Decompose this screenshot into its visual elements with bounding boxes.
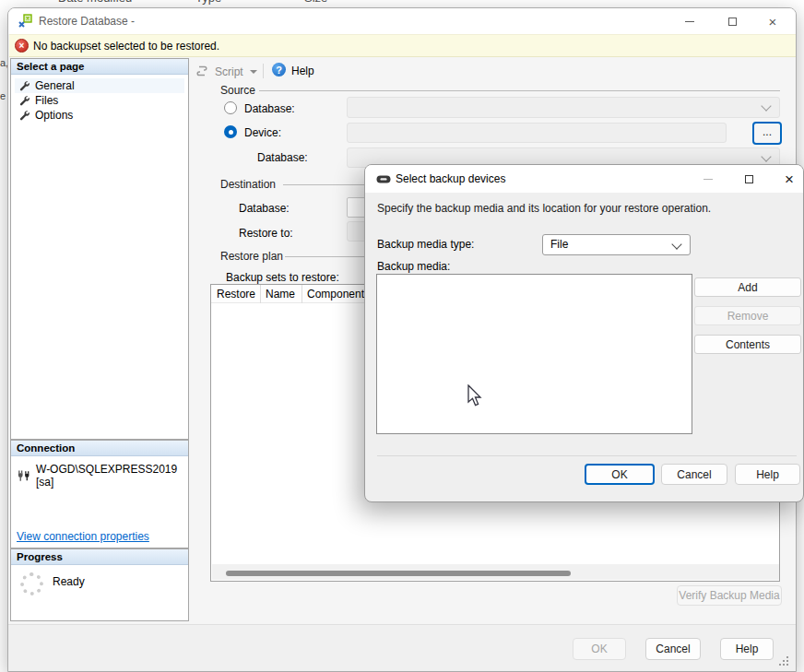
progress-status: Ready — [53, 575, 85, 588]
sidebar-item-label: Options — [35, 109, 73, 122]
script-icon — [195, 65, 208, 77]
backup-device-icon — [376, 175, 391, 183]
horizontal-scrollbar-thumb[interactable] — [226, 571, 571, 576]
close-button[interactable]: × — [774, 165, 804, 193]
backup-media-listbox[interactable] — [376, 274, 692, 434]
dialog-footer: OK Cancel Help — [8, 624, 796, 671]
source-group-line — [259, 90, 780, 91]
bg-column-type: Type — [195, 0, 221, 5]
database-radio-label: Database: — [244, 102, 295, 115]
bg-column-date-modified: Date modified — [58, 0, 132, 5]
database-radio[interactable] — [224, 101, 237, 114]
close-icon: × — [785, 171, 794, 187]
restore-dialog-titlebar: Restore Database - × — [8, 8, 796, 34]
connection-panel: Connection W-OGD\SQLEXPRESS2019 [sa] Vie… — [10, 440, 189, 548]
maximize-icon — [745, 175, 753, 183]
device-textbox[interactable] — [347, 123, 727, 143]
error-icon: × — [15, 39, 29, 53]
progress-header: Progress — [11, 549, 188, 565]
maximize-button[interactable] — [733, 165, 764, 193]
script-button[interactable]: Script — [215, 65, 243, 78]
source-group-label: Source — [220, 84, 255, 97]
column-separator[interactable] — [302, 285, 302, 303]
help-toolbar-button[interactable]: Help — [291, 65, 314, 77]
source-database-dropdown[interactable] — [347, 97, 780, 118]
minimize-icon — [704, 179, 713, 180]
device-radio[interactable] — [224, 125, 237, 138]
warning-bar: × No backupset selected to be restored. — [9, 34, 796, 57]
help-icon: ? — [272, 63, 286, 77]
wrench-icon — [18, 80, 30, 91]
progress-spinner-icon — [20, 572, 43, 595]
connection-header: Connection — [11, 441, 188, 456]
dialog-title: Select backup devices — [396, 172, 505, 185]
script-dropdown-caret[interactable] — [250, 70, 257, 74]
bg-text-fragment: e — [0, 90, 6, 101]
sidebar-item-options[interactable]: Options — [15, 108, 184, 123]
destination-database-label: Database: — [239, 202, 290, 215]
column-header-name[interactable]: Name — [266, 288, 295, 301]
backup-media-label: Backup media: — [377, 260, 450, 273]
devices-dialog-titlebar: Select backup devices × — [365, 165, 803, 193]
chevron-down-icon — [671, 239, 681, 249]
close-button[interactable]: × — [757, 8, 788, 34]
help-button[interactable]: Help — [720, 638, 774, 660]
mouse-cursor — [467, 384, 484, 408]
contents-button[interactable]: Contents — [694, 335, 801, 354]
minimize-button[interactable] — [674, 8, 705, 34]
add-button[interactable]: Add — [694, 277, 801, 297]
device-browse-button[interactable]: ... — [752, 122, 782, 145]
cancel-button[interactable]: Cancel — [645, 638, 701, 660]
backup-sets-label: Backup sets to restore: — [226, 271, 339, 284]
device-radio-label: Device: — [244, 126, 281, 139]
chevron-down-icon — [761, 100, 771, 111]
devices-description: Specify the backup media and its locatio… — [377, 202, 711, 215]
cancel-button[interactable]: Cancel — [661, 464, 727, 485]
view-connection-properties-link[interactable]: View connection properties — [17, 530, 149, 543]
restore-plan-group-label: Restore plan — [220, 250, 283, 263]
close-icon: × — [769, 15, 777, 29]
restore-to-label: Restore to: — [239, 227, 293, 240]
dialog-title: Restore Database - — [39, 15, 135, 28]
progress-panel: Progress Ready — [10, 548, 189, 621]
source-database2-label: Database: — [257, 151, 308, 164]
select-backup-devices-dialog: Select backup devices × Specify the back… — [364, 164, 804, 502]
remove-button[interactable]: Remove — [694, 306, 801, 325]
background-window-columns: Date modified Type Size — [0, 0, 804, 7]
wrench-icon — [18, 95, 30, 106]
sidebar-item-files[interactable]: Files — [15, 93, 184, 108]
column-header-component[interactable]: Component — [307, 288, 364, 301]
bg-column-size: Size — [304, 0, 327, 5]
select-a-page-panel: Select a page General Files Options — [10, 58, 189, 440]
server-connection-icon — [17, 469, 30, 483]
sidebar-item-label: General — [35, 79, 75, 92]
connection-server: W-OGD\SQLEXPRESS2019 [sa] — [36, 463, 188, 489]
column-header-restore[interactable]: Restore — [217, 288, 255, 301]
restore-database-icon — [18, 14, 32, 29]
ok-button[interactable]: OK — [573, 638, 626, 660]
resize-grip[interactable] — [786, 664, 788, 666]
footer-separator — [377, 455, 797, 456]
connection-server-row: W-OGD\SQLEXPRESS2019 [sa] — [17, 463, 188, 489]
horizontal-scrollbar[interactable] — [212, 564, 779, 580]
column-separator[interactable] — [260, 285, 261, 303]
backup-media-type-value: File — [550, 238, 568, 251]
toolbar-divider — [263, 64, 264, 78]
wrench-icon — [18, 110, 30, 121]
select-a-page-header: Select a page — [11, 59, 188, 75]
help-button[interactable]: Help — [735, 464, 800, 485]
backup-media-type-dropdown[interactable]: File — [542, 234, 691, 255]
sidebar-item-label: Files — [35, 94, 58, 107]
maximize-button[interactable] — [716, 8, 748, 34]
sidebar-item-general[interactable]: General — [15, 78, 184, 93]
destination-group-label: Destination — [220, 178, 276, 191]
backup-media-type-label: Backup media type: — [377, 238, 474, 251]
maximize-icon — [728, 18, 737, 26]
ok-button[interactable]: OK — [585, 464, 655, 485]
warning-text: No backupset selected to be restored. — [33, 40, 219, 53]
minimize-button[interactable] — [692, 165, 724, 193]
minimize-icon — [685, 21, 694, 22]
chevron-down-icon — [761, 151, 771, 161]
verify-backup-media-button[interactable]: Verify Backup Media — [677, 585, 782, 606]
